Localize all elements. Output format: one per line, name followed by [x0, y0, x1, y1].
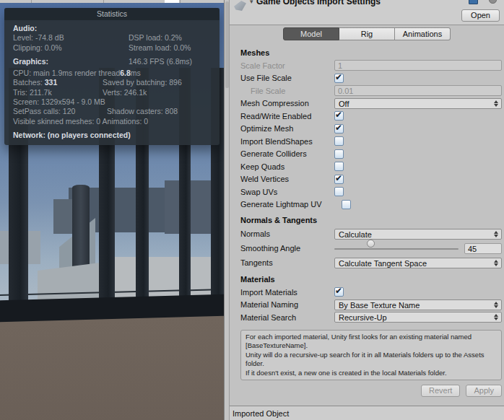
row-use-file-scale: Use File Scale	[230, 72, 504, 85]
materials-heading: Materials	[240, 275, 504, 284]
import-blendshapes-label: Import BlendShapes	[240, 137, 334, 146]
generate-lightmap-uv-label: Generate Lightmap UV	[240, 200, 342, 209]
import-materials-checkbox[interactable]	[334, 287, 344, 297]
cpu-row: CPU: main 1.9ms render thread 6.8ms	[13, 69, 211, 78]
audio-stream-load: Stream load: 0.0%	[129, 43, 191, 53]
dropdown-arrow-icon	[493, 302, 498, 308]
row-weld-vertices: Weld Vertices	[230, 173, 504, 186]
row-normals: Normals Calculate	[230, 227, 504, 241]
optimize-mesh-checkbox[interactable]	[334, 124, 344, 134]
inspector-panel: ▾ Game Objects Import Settings Open Mode…	[230, 0, 504, 420]
shadow-casters: Shadow casters: 808	[107, 107, 178, 116]
apply-revert-row: Revert Apply	[230, 385, 502, 397]
keep-quads-label: Keep Quads	[240, 162, 334, 171]
tangents-dropdown[interactable]: Calculate Tangent Space	[334, 258, 502, 268]
normals-tangents-heading: Normals & Tangents	[240, 216, 504, 224]
row-keep-quads: Keep Quads	[230, 160, 504, 173]
generate-colliders-checkbox[interactable]	[334, 149, 344, 159]
row-import-materials: Import Materials	[230, 286, 504, 299]
row-swap-uvs: Swap UVs	[230, 185, 504, 198]
smoothing-angle-slider[interactable]	[334, 243, 459, 254]
smoothing-angle-value[interactable]: 45	[464, 243, 502, 254]
keep-quads-checkbox[interactable]	[334, 162, 344, 171]
normals-dropdown[interactable]: Calculate	[334, 229, 502, 240]
toolbar-divider	[103, 0, 104, 3]
unity-editor: Statistics Audio: Level: -74.8 dB DSP lo…	[0, 0, 504, 420]
foldout-arrow-icon[interactable]: ▾	[250, 0, 253, 5]
setpass-calls: SetPass calls: 120	[13, 107, 107, 116]
row-tangents: Tangents Calculate Tangent Space	[230, 255, 504, 270]
row-generate-colliders: Generate Colliders	[230, 148, 504, 161]
weld-vertices-label: Weld Vertices	[240, 175, 334, 183]
inspector-header: ▾ Game Objects Import Settings Open	[230, 0, 504, 25]
stats-toggle-edge[interactable]	[165, 0, 179, 3]
row-mesh-compression: Mesh Compression Off	[230, 97, 504, 110]
row-file-scale: File Scale 0.01	[230, 84, 504, 97]
row-generate-lightmap-uv: Generate Lightmap UV	[230, 198, 504, 211]
audio-level: Level: -74.8 dB	[13, 33, 129, 43]
material-search-label: Material Search	[240, 313, 334, 322]
smoothing-angle-label: Smoothing Angle	[240, 244, 334, 253]
scrollbar-thumb[interactable]	[225, 1, 229, 88]
generate-lightmap-uv-checkbox[interactable]	[342, 200, 351, 209]
inspector-scrollbar[interactable]	[224, 0, 230, 420]
verts: Verts: 246.1k	[103, 88, 147, 97]
meshes-heading: Meshes	[240, 48, 504, 57]
row-scale-factor: Scale Factor 1	[230, 59, 504, 72]
dropdown-arrow-icon	[493, 314, 498, 320]
dropdown-arrow-icon	[493, 260, 498, 266]
file-scale-field: 0.01	[334, 85, 502, 96]
weld-vertices-checkbox[interactable]	[334, 175, 344, 184]
open-button[interactable]: Open	[461, 9, 500, 22]
mesh-compression-dropdown[interactable]: Off	[334, 98, 502, 109]
row-import-blendshapes: Import BlendShapes	[230, 135, 504, 148]
preview-title: Imported Object	[233, 409, 289, 418]
skinned-row: Visible skinned meshes: 0 Animations: 0	[13, 117, 211, 126]
gear-icon[interactable]	[489, 0, 497, 4]
use-file-scale-checkbox[interactable]	[334, 74, 344, 83]
saved-by-batching: Saved by batching: 896	[103, 78, 182, 87]
dropdown-arrow-icon	[493, 100, 498, 107]
import-settings-tabbar: Model Rig Animations	[230, 25, 504, 43]
audio-clipping: Clipping: 0.0%	[13, 43, 129, 53]
file-scale-label: File Scale	[240, 87, 334, 95]
graphics-heading-row: Graphics: 146.3 FPS (6.8ms)	[13, 57, 211, 66]
import-blendshapes-checkbox[interactable]	[334, 136, 344, 146]
game-toolbar-edge[interactable]	[0, 0, 224, 3]
tangents-label: Tangents	[240, 258, 334, 267]
help-book-icon[interactable]	[469, 0, 478, 4]
read-write-label: Read/Write Enabled	[240, 112, 334, 121]
helpbox-line: If it doesn't exist, a new one is create…	[246, 369, 497, 378]
swap-uvs-checkbox[interactable]	[334, 187, 344, 196]
statistics-overlay: Statistics Audio: Level: -74.8 dB DSP lo…	[4, 8, 220, 145]
network-row: Network: (no players connected)	[13, 131, 211, 140]
use-file-scale-label: Use File Scale	[240, 74, 334, 82]
optimize-mesh-label: Optimize Mesh	[240, 124, 334, 133]
graphics-heading: Graphics:	[13, 57, 129, 66]
game-view: Statistics Audio: Level: -74.8 dB DSP lo…	[0, 0, 224, 420]
tab-model[interactable]: Model	[283, 27, 339, 40]
swap-uvs-label: Swap UVs	[240, 188, 334, 196]
row-read-write: Read/Write Enabled	[230, 110, 504, 123]
dropdown-arrow-icon	[493, 231, 498, 237]
import-materials-label: Import Materials	[240, 288, 334, 297]
scale-factor-label: Scale Factor	[240, 61, 334, 70]
tab-animations[interactable]: Animations	[395, 27, 451, 40]
batches-row: Batches: 331 Saved by batching: 896	[13, 78, 211, 87]
preview-header[interactable]: Imported Object	[230, 406, 504, 420]
statistics-title: Statistics	[4, 8, 220, 20]
material-search-helpbox: For each imported material, Unity first …	[240, 330, 502, 381]
row-material-search: Material Search Recursive-Up	[230, 311, 504, 324]
audio-row: Level: -74.8 dB DSP load: 0.2%	[13, 33, 211, 43]
material-naming-label: Material Naming	[240, 300, 334, 309]
material-naming-dropdown[interactable]: By Base Texture Name	[334, 299, 502, 310]
read-write-checkbox[interactable]	[334, 111, 344, 121]
fps-value: 146.3 FPS (6.8ms)	[129, 57, 192, 66]
revert-button[interactable]: Revert	[421, 385, 460, 397]
slider-handle[interactable]	[367, 240, 375, 248]
tab-rig[interactable]: Rig	[339, 27, 395, 40]
audio-row: Clipping: 0.0% Stream load: 0.0%	[13, 43, 211, 53]
scale-factor-field: 1	[334, 60, 502, 71]
apply-button[interactable]: Apply	[466, 385, 502, 397]
material-search-dropdown[interactable]: Recursive-Up	[334, 312, 502, 323]
